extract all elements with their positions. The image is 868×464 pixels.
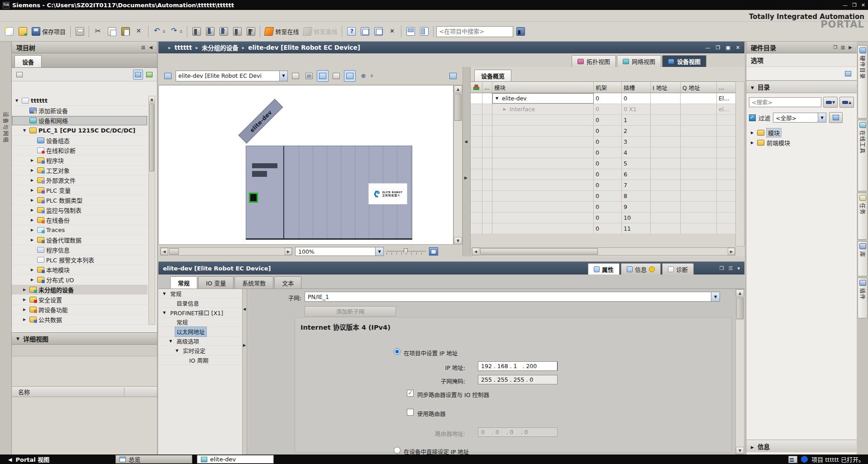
scroll-down-icon[interactable] (736, 447, 744, 454)
catalog-tree-item[interactable]: ▶ 前端模块 (746, 137, 857, 147)
module-column-header[interactable]: 模块 (492, 82, 594, 93)
properties-tab[interactable]: 文本 (274, 276, 301, 289)
project-tree-item[interactable]: ▶ 在线备份 (12, 215, 148, 225)
project-tree-item[interactable]: 设备组态 (12, 136, 148, 146)
copy-button[interactable] (105, 25, 118, 38)
table-view-button[interactable] (133, 70, 143, 80)
expand-arrow-icon[interactable]: ▶ (31, 238, 35, 242)
undo-button[interactable]: ± (151, 25, 167, 38)
paste-button[interactable] (119, 25, 132, 38)
canvas-vertical-scrollbar[interactable] (453, 85, 463, 245)
project-search-input[interactable] (436, 26, 513, 37)
catalog-tree-item[interactable]: ▶ 模块 (746, 128, 857, 137)
expand-arrow-icon[interactable]: ▶ (31, 278, 35, 282)
properties-nav-item[interactable]: 目录信息 (158, 298, 242, 308)
device-overview-row[interactable]: 0 4 (471, 147, 735, 158)
device-canvas[interactable]: elite-dev E (158, 85, 453, 245)
scroll-right-icon[interactable] (285, 248, 292, 255)
use-router-checkbox[interactable] (407, 409, 414, 416)
scroll-left-icon[interactable] (161, 248, 168, 255)
save-view-snapshot-button[interactable] (447, 70, 459, 82)
dropdown-arrow-icon[interactable] (711, 292, 720, 301)
expand-arrow-icon[interactable]: ▶ (31, 268, 35, 272)
export-module-labels-button[interactable] (144, 70, 154, 80)
catalog-section-header[interactable]: 目录 (746, 80, 857, 93)
expand-arrow-icon[interactable]: ▼ (496, 96, 500, 100)
properties-nav-item[interactable]: ▼ PROFINET接口 [X1] (158, 308, 242, 317)
breadcrumb-item[interactable]: elite-dev [Elite Robot EC Device] (238, 44, 360, 51)
catalog-info-section[interactable]: 信息 (746, 440, 857, 452)
expand-arrow-icon[interactable]: ▶ (31, 228, 35, 232)
properties-nav-item[interactable]: 以太网地址 (158, 327, 242, 336)
menu-item[interactable] (11, 14, 20, 18)
device-overview-row[interactable]: ▶Interface 0 0 X1 el... (471, 104, 735, 115)
compile-button[interactable] (190, 25, 203, 38)
scroll-up-icon[interactable] (454, 85, 462, 93)
expand-arrow-icon[interactable]: ▶ (31, 188, 35, 192)
download-to-device-button[interactable] (204, 25, 216, 38)
add-subnet-button[interactable]: 添加新子网 (305, 306, 396, 317)
subnet-dropdown[interactable]: PN/IE_1 (305, 292, 720, 302)
scroll-left-icon[interactable] (472, 248, 479, 255)
cut-button[interactable] (92, 25, 105, 38)
project-tree-item[interactable]: ▼ PLC_1 [CPU 1215C DC/DC/DC] (12, 126, 148, 136)
menu-inspector-icon[interactable]: ☰ (729, 265, 733, 271)
expand-arrow-icon[interactable]: ▼ (169, 339, 173, 343)
sync-router-checkbox[interactable] (407, 390, 414, 397)
breadcrumb-item[interactable]: 未分组的设备 (192, 43, 238, 52)
stop-cpu-button[interactable] (244, 25, 257, 38)
device-overview-row[interactable]: 0 2 (471, 126, 735, 137)
project-tree-item[interactable]: ▶ 未分组的设备 (12, 285, 148, 295)
task-card-tab[interactable]: 在线工具 (858, 120, 868, 191)
project-tree-item[interactable]: 程序信息 (12, 245, 148, 255)
dropdown-arrow-icon[interactable] (279, 71, 287, 81)
project-tree-item[interactable]: ▶ PLC 数据类型 (12, 195, 148, 205)
zoom-options-icon[interactable]: ± (370, 74, 373, 78)
properties-nav-item[interactable]: ▼ 高级选项 (158, 336, 242, 346)
ethernet-port-icon[interactable] (249, 193, 258, 203)
redo-button[interactable]: ± (168, 25, 185, 38)
scroll-down-icon[interactable] (454, 237, 462, 244)
expand-arrow-icon[interactable]: ▶ (31, 218, 35, 222)
device-overview-tab[interactable]: 设备概览 (474, 70, 511, 81)
project-tree-item[interactable]: ▶ 安全设置 (12, 295, 148, 305)
expand-arrow-icon[interactable]: ▶ (23, 288, 28, 292)
inspector-tab[interactable]: 诊断 (662, 263, 694, 275)
expand-arrow-icon[interactable]: ▶ (23, 298, 28, 302)
project-tree-item[interactable]: ▶ 程序块 (12, 156, 148, 166)
remove-split-button[interactable] (386, 25, 398, 38)
properties-nav-item[interactable]: IO 周期 (158, 355, 242, 365)
type-column-header[interactable]: ... (717, 82, 735, 93)
project-tree-item[interactable]: ▶ 工艺对象 (12, 166, 148, 175)
expand-arrow-icon[interactable]: ▶ (23, 308, 28, 312)
dropdown-arrow-icon[interactable] (375, 247, 383, 256)
collapse-inspector-icon[interactable]: ▾ (737, 265, 740, 271)
canvas-table-splitter[interactable] (463, 67, 471, 256)
breadcrumb-item[interactable]: tttttt (165, 44, 192, 51)
profile-dropdown[interactable]: <全部> (773, 113, 826, 123)
properties-nav-item[interactable]: ▼ 常规 (158, 289, 242, 298)
float-inspector-icon[interactable]: ❐ (720, 265, 724, 271)
show-module-titles-button[interactable] (290, 70, 301, 82)
properties-nav-item[interactable]: ▼ 实时设定 (158, 346, 242, 355)
new-project-button[interactable] (3, 25, 15, 38)
catalog-search-input[interactable] (749, 97, 821, 107)
close-window-icon[interactable] (861, 2, 865, 8)
show-window-1-button[interactable] (358, 25, 371, 38)
project-tree-item[interactable]: 添加新设备 (12, 106, 148, 116)
fit-to-window-button[interactable] (429, 247, 438, 256)
collapse-panel-icon[interactable]: ◀ (149, 45, 153, 50)
device-head-module[interactable] (246, 146, 284, 238)
zoom-slider[interactable] (386, 247, 426, 256)
open-editor-button[interactable]: 总览 (115, 455, 192, 464)
details-view-header[interactable]: 详细视图 (12, 333, 157, 345)
edit-mode-button[interactable] (317, 70, 329, 82)
expand-arrow-icon[interactable]: ▶ (23, 317, 28, 322)
properties-nav-item[interactable]: 常规 (158, 317, 242, 327)
canvas-horizontal-scrollbar[interactable] (160, 247, 292, 256)
menu-item[interactable] (74, 14, 83, 18)
device-overview-row[interactable]: 0 7 (471, 180, 735, 191)
project-tree-item[interactable]: ▶ 监控与强制表 (12, 205, 148, 215)
properties-tab[interactable]: 常规 (170, 276, 197, 289)
i-address-column-header[interactable]: I 地址 (651, 82, 681, 93)
